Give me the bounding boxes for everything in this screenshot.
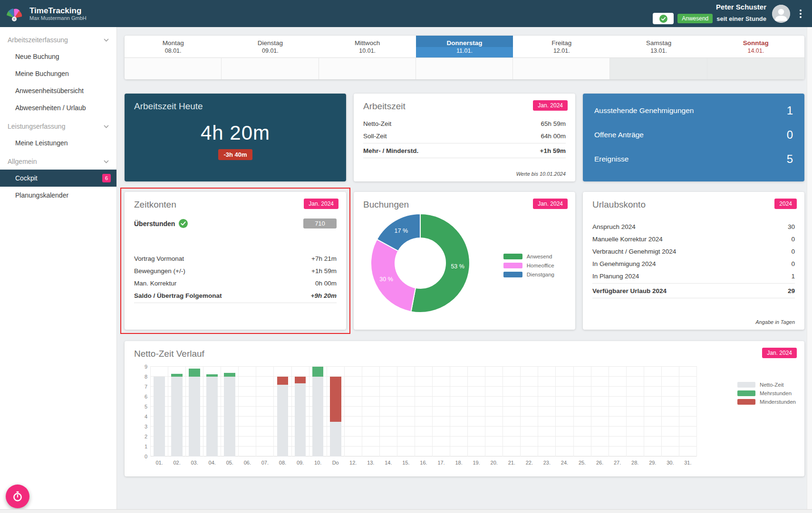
stat-value: +1h 59m <box>540 147 566 154</box>
chart-column-02: 02. <box>168 367 186 456</box>
approval-row-ereignisse: Ereignisse 5 <box>594 152 793 166</box>
x-axis-label: 12. <box>345 460 362 466</box>
week-day-freitag[interactable]: Freitag 12.01. <box>513 36 610 57</box>
card-zeitkonten: Zeitkonten Jan. 2024 Überstunden 710 Vor… <box>125 192 346 330</box>
x-axis-label: 15. <box>397 460 415 466</box>
bar-netto-zeit <box>154 377 165 456</box>
chart-column-26: 26. <box>591 367 609 456</box>
week-day-mittwoch[interactable]: Mittwoch 10.01. <box>319 36 416 57</box>
kebab-menu-icon[interactable] <box>796 7 805 21</box>
week-day-montag[interactable]: Montag 08.01. <box>125 36 222 57</box>
timer-fab[interactable] <box>6 484 29 508</box>
app-logo[interactable]: TimeTracking Max Mustermann GmbH <box>5 4 87 24</box>
divider <box>134 303 337 303</box>
day-name: Dienstag <box>222 39 319 47</box>
bar-mehrstunden <box>171 374 183 377</box>
approval-label: Ereignisse <box>594 155 628 163</box>
sidebar-item-label: Anwesenheitsübersicht <box>15 87 84 95</box>
week-day-dienstag[interactable]: Dienstag 09.01. <box>222 36 319 57</box>
day-cell-sonntag[interactable] <box>707 57 804 79</box>
stat-value: 1 <box>791 273 795 280</box>
stat-row-bewegungen: Bewegungen (+/-) +1h 59m <box>134 265 337 277</box>
presence-check-button[interactable] <box>653 13 674 24</box>
legend-swatch <box>737 399 755 405</box>
divider <box>363 143 566 143</box>
week-day-sonntag[interactable]: Sonntag 14.01. <box>707 36 804 57</box>
zeitkonten-highlight-wrap: Zeitkonten Jan. 2024 Überstunden 710 Vor… <box>125 192 346 330</box>
chart-column-23: 23. <box>538 367 556 456</box>
bar-minderstunden <box>330 377 341 422</box>
divider <box>592 298 795 298</box>
status-badge: Anwesend <box>677 14 713 23</box>
divider <box>363 158 566 158</box>
day-date: 08.01. <box>125 47 222 55</box>
stat-label: Anspruch 2024 <box>592 223 636 230</box>
x-axis-label: Do <box>327 460 344 466</box>
sidebar-item-neue-buchung[interactable]: Neue Buchung <box>0 48 116 65</box>
y-axis-label: 9 <box>135 364 147 370</box>
chevron-down-icon <box>104 125 109 128</box>
x-axis-label: 01. <box>151 460 168 466</box>
chart-column-05: 05. <box>221 367 239 456</box>
week-day-samstag[interactable]: Samstag 13.01. <box>610 36 707 57</box>
legend-swatch <box>737 382 755 388</box>
x-axis-label: 23. <box>538 460 555 466</box>
stat-label: Bewegungen (+/-) <box>134 267 185 275</box>
divider <box>592 283 795 284</box>
chart-column-31: 31. <box>679 367 697 456</box>
day-cell-mittwoch[interactable] <box>319 57 416 79</box>
sidebar-section-arbeitszeiterfassung[interactable]: Arbeitszeiterfassung <box>0 30 116 48</box>
check-icon <box>659 15 667 23</box>
day-cell-dienstag[interactable] <box>222 57 319 79</box>
sidebar-item-abwesenheiten-urlaub[interactable]: Abwesenheiten / Urlaub <box>0 99 116 116</box>
chart-column-20: 20. <box>485 367 503 456</box>
stat-value: 0 <box>791 248 795 255</box>
day-cell-freitag[interactable] <box>513 57 610 79</box>
stat-value: 0h 00m <box>315 280 337 287</box>
avatar[interactable] <box>772 5 790 23</box>
stat-row-saldo-übertrag-folgemonat: Saldo / Übertrag Folgemonat +9h 20m <box>134 289 337 302</box>
sidebar-item-meine-leistungen[interactable]: Meine Leistungen <box>0 134 116 152</box>
sidebar-section-allgemein[interactable]: Allgemein <box>0 152 116 170</box>
stat-label: Verfügbarer Urlaub 2024 <box>592 287 667 294</box>
bar-netto-zeit <box>206 377 218 456</box>
horizontal-scrollbar[interactable] <box>0 509 812 513</box>
bar-netto-zeit <box>312 377 324 456</box>
chart-column-15: 15. <box>397 367 415 456</box>
sidebar-item-cockpit[interactable]: Cockpit 6 <box>0 170 116 187</box>
legend-swatch <box>503 254 522 259</box>
y-axis-label: 7 <box>135 384 147 390</box>
person-icon <box>772 5 790 23</box>
x-axis-label: 31. <box>679 460 696 466</box>
month-badge: Jan. 2024 <box>304 199 338 209</box>
x-axis-label: 05. <box>221 460 238 466</box>
app-header: TimeTracking Max Mustermann GmbH Peter S… <box>0 0 812 27</box>
card-title: Urlaubskonto <box>592 200 795 210</box>
zeitkonten-rows: Vortrag Vormonat +7h 21m Bewegungen (+/-… <box>134 252 337 303</box>
day-date: 09.01. <box>222 47 319 55</box>
approval-count: 1 <box>787 104 793 117</box>
day-cell-samstag[interactable] <box>610 57 707 79</box>
approval-count: 5 <box>787 152 793 166</box>
week-day-donnerstag[interactable]: Donnerstag 11.01. <box>416 36 513 57</box>
sidebar-section-leistungserfassung[interactable]: Leistungserfassung <box>0 116 116 134</box>
x-axis-label: 25. <box>574 460 591 466</box>
day-cell-donnerstag[interactable] <box>416 57 513 79</box>
slice-percent-label: 17 % <box>395 228 408 234</box>
sidebar-item-badge: 6 <box>102 174 111 182</box>
time-delta-badge: -3h 40m <box>218 149 252 160</box>
sidebar-item-meine-buchungen[interactable]: Meine Buchungen <box>0 65 116 82</box>
day-date: 14.01. <box>707 47 804 55</box>
sidebar-item-anwesenheitsübersicht[interactable]: Anwesenheitsübersicht <box>0 82 116 99</box>
vertical-scrollbar[interactable] <box>807 27 812 509</box>
sidebar-item-planungskalender[interactable]: Planungskalender <box>0 187 116 204</box>
day-cell-montag[interactable] <box>125 57 222 79</box>
stat-value: 29 <box>788 287 795 294</box>
legend-swatch <box>503 263 522 268</box>
chart-column-04: 04. <box>203 367 221 456</box>
stat-label: In Planung 2024 <box>592 273 639 280</box>
chart-column-01: 01. <box>150 367 168 456</box>
approval-count: 0 <box>787 128 793 142</box>
chart-column-27: 27. <box>609 367 627 456</box>
y-axis-label: 2 <box>135 434 147 439</box>
